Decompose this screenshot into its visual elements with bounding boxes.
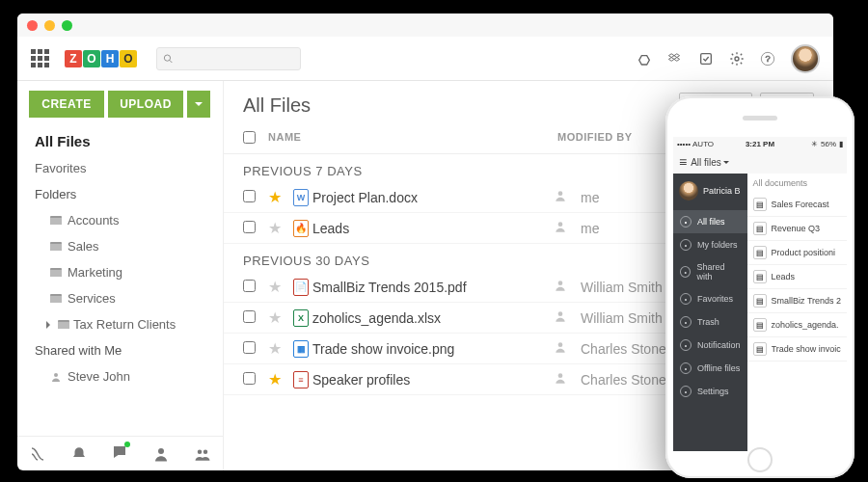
- phone-screen: •••••AUTO 3:21 PM ✳︎56%▮ ≡ All files Pat…: [673, 137, 847, 451]
- expand-icon[interactable]: [46, 321, 54, 329]
- drawer-item-icon: •: [680, 239, 692, 251]
- phone-file-row[interactable]: ▤Sales Forecast: [747, 193, 847, 217]
- select-all-checkbox[interactable]: [243, 131, 256, 144]
- phone-drawer-item[interactable]: •Favorites: [673, 287, 747, 310]
- svg-point-6: [54, 373, 58, 377]
- dropbox-icon[interactable]: [667, 51, 683, 67]
- phone-drawer-item[interactable]: •Shared with: [673, 256, 747, 287]
- hamburger-icon[interactable]: ≡: [679, 154, 687, 170]
- sidebar-folder-tax-return[interactable]: Tax Return Clients: [17, 311, 223, 337]
- svg-point-8: [197, 449, 202, 454]
- row-checkbox[interactable]: [243, 280, 256, 292]
- file-name[interactable]: SmallBiz Trends 2015.pdf: [312, 280, 554, 295]
- person-icon: [554, 189, 581, 205]
- recycle-icon[interactable]: [637, 51, 652, 67]
- star-icon[interactable]: ★: [268, 219, 289, 237]
- row-checkbox[interactable]: [243, 221, 256, 233]
- drawer-item-icon: •: [680, 216, 692, 228]
- help-icon[interactable]: ?: [760, 51, 775, 67]
- tasks-icon[interactable]: [698, 51, 714, 67]
- drawer-item-icon: •: [680, 316, 692, 328]
- file-name[interactable]: Project Plan.docx: [312, 190, 554, 205]
- row-checkbox[interactable]: [243, 372, 256, 385]
- bell-icon[interactable]: [70, 445, 88, 463]
- activity-icon[interactable]: [29, 445, 46, 463]
- file-name[interactable]: Leads: [312, 221, 554, 236]
- search-icon: [163, 53, 174, 65]
- row-checkbox[interactable]: [243, 190, 256, 202]
- drawer-item-label: Notification: [697, 340, 741, 350]
- phone-drawer-item[interactable]: •Offline files: [673, 357, 747, 380]
- row-checkbox[interactable]: [243, 341, 256, 354]
- battery-label: 56%: [821, 140, 836, 148]
- svg-point-12: [558, 281, 563, 285]
- phone-top-bar: ≡ All files: [673, 150, 847, 174]
- file-name[interactable]: Trade show invoice.png: [312, 341, 554, 357]
- phone-drawer-item[interactable]: •Notification: [673, 334, 747, 357]
- phone-file-row[interactable]: ▤zoholics_agenda.: [747, 313, 847, 337]
- phone-file-name: SmallBiz Trends 2: [772, 296, 842, 306]
- upload-button[interactable]: UPLOAD: [108, 91, 183, 118]
- window-maximize-icon[interactable]: [62, 20, 72, 31]
- phone-file-row[interactable]: ▤Leads: [747, 265, 847, 289]
- upload-dropdown-button[interactable]: [187, 91, 210, 118]
- phone-file-name: Sales Forecast: [772, 200, 829, 209]
- sidebar-item-favorites[interactable]: Favorites: [17, 155, 223, 181]
- phone-drawer-item[interactable]: •Settings: [673, 380, 747, 403]
- sidebar-folder-marketing[interactable]: Marketing: [17, 259, 223, 285]
- search-box[interactable]: [156, 47, 301, 70]
- folder-label: Marketing: [68, 265, 122, 280]
- phone-user[interactable]: Patricia B: [673, 175, 747, 210]
- apps-grid-icon[interactable]: [31, 49, 49, 67]
- phone-file-icon: ▤: [753, 222, 767, 235]
- phone-drawer-item[interactable]: •All files: [673, 210, 747, 233]
- person-icon[interactable]: [152, 445, 170, 463]
- phone-file-row[interactable]: ▤Trade show invoic: [747, 337, 847, 362]
- sidebar-shared-user[interactable]: Steve John: [17, 363, 223, 389]
- column-name[interactable]: NAME: [268, 131, 557, 146]
- phone-file-name: zoholics_agenda.: [772, 320, 839, 330]
- phone-file-icon: ▤: [753, 318, 767, 332]
- window-close-icon[interactable]: [27, 20, 38, 31]
- phone-home-button[interactable]: [747, 447, 773, 472]
- phone-file-row[interactable]: ▤Revenue Q3: [747, 217, 847, 241]
- folder-icon: [50, 268, 62, 278]
- folder-icon: [50, 294, 62, 304]
- phone-file-row[interactable]: ▤Product positioni: [747, 241, 847, 265]
- phone-avatar: [679, 181, 698, 201]
- phone-file-name: Trade show invoic: [772, 344, 841, 354]
- star-icon[interactable]: ★: [268, 370, 289, 388]
- user-avatar[interactable]: [791, 44, 820, 73]
- phone-drawer-item[interactable]: •My folders: [673, 233, 747, 256]
- search-input[interactable]: [177, 52, 294, 66]
- svg-point-3: [735, 57, 739, 61]
- file-name[interactable]: zoholics_agenda.xlsx: [312, 310, 554, 326]
- star-icon[interactable]: ★: [268, 188, 289, 206]
- gear-icon[interactable]: [729, 51, 745, 67]
- phone-file-name: Revenue Q3: [772, 224, 821, 233]
- window-minimize-icon[interactable]: [44, 20, 55, 31]
- chat-icon[interactable]: [111, 443, 128, 464]
- row-checkbox[interactable]: [243, 310, 256, 323]
- sidebar-folder-sales[interactable]: Sales: [17, 233, 223, 259]
- phone-status-bar: •••••AUTO 3:21 PM ✳︎56%▮: [673, 137, 847, 150]
- group-icon[interactable]: [194, 445, 211, 463]
- star-icon[interactable]: ★: [268, 308, 289, 327]
- phone-scope-dropdown[interactable]: All files: [691, 157, 729, 168]
- phone-drawer-item[interactable]: •Trash: [673, 310, 747, 334]
- file-name[interactable]: Speaker profiles: [312, 372, 554, 388]
- drawer-item-icon: •: [680, 266, 691, 278]
- star-icon[interactable]: ★: [268, 278, 289, 296]
- sidebar-section-shared: Shared with Me: [17, 337, 223, 363]
- file-type-icon: [289, 340, 312, 358]
- create-button[interactable]: CREATE: [29, 91, 104, 118]
- svg-point-10: [558, 191, 563, 196]
- sidebar-folder-accounts[interactable]: Accounts: [17, 207, 223, 233]
- sidebar-item-all-files[interactable]: All Files: [17, 127, 223, 155]
- star-icon[interactable]: ★: [268, 339, 289, 358]
- drawer-item-label: All files: [697, 217, 725, 227]
- phone-file-row[interactable]: ▤SmallBiz Trends 2: [747, 289, 847, 313]
- person-icon: [554, 371, 581, 388]
- sidebar-folder-services[interactable]: Services: [17, 285, 223, 311]
- phone-speaker: [743, 116, 777, 120]
